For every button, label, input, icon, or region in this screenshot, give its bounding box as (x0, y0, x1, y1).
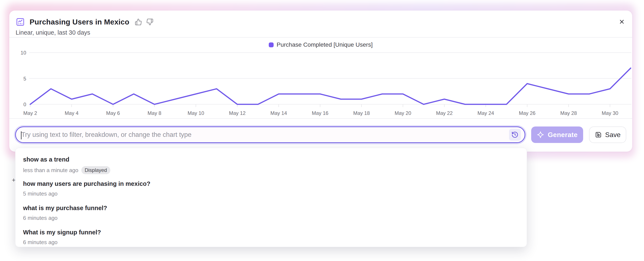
save-label: Save (605, 131, 620, 139)
feedback-buttons (135, 18, 154, 25)
thumbs-down-icon (146, 18, 154, 25)
sparkle-icon (537, 131, 544, 139)
x-axis-label: May 10 (188, 110, 204, 116)
save-icon (595, 131, 602, 138)
thumbs-up-button[interactable] (135, 18, 142, 25)
x-axis-label: May 24 (478, 110, 494, 116)
x-axis-label: May 2 (23, 110, 37, 116)
insights-card: Purchasing Users in Mexico (9, 10, 632, 152)
x-axis-label: May 22 (436, 110, 453, 116)
line-chart-svg: 0510May 2May 4May 6May 8May 10May 12May … (17, 51, 632, 120)
x-axis-label: May 12 (229, 110, 246, 116)
history-item-time: less than a minute ago (23, 167, 78, 174)
y-axis-label: 10 (20, 51, 26, 55)
x-axis-label: May 14 (270, 110, 287, 116)
thumbs-up-icon (135, 18, 142, 25)
y-axis-label: 0 (24, 102, 26, 107)
history-item-time: 5 minutes ago (23, 191, 58, 197)
prompt-input[interactable] (21, 131, 509, 139)
generate-button[interactable]: Generate (531, 126, 583, 143)
history-item[interactable]: What is my signup funnel? 6 minutes ago (23, 227, 519, 252)
card-header: Purchasing Users in Mexico (16, 16, 626, 27)
legend-label: Purchase Completed [Unique Users] (276, 41, 372, 48)
save-button[interactable]: Save (589, 126, 626, 143)
y-axis-label: 5 (24, 76, 26, 81)
line-chart-icon (16, 17, 25, 27)
history-item-title: how many users are purchasing in mexico? (23, 180, 519, 187)
app-root: Purchasing Users in Mexico (0, 0, 644, 261)
card-title: Purchasing Users in Mexico (30, 18, 129, 26)
history-item-meta: 6 minutes ago (23, 239, 519, 246)
x-axis-label: May 20 (395, 110, 411, 116)
text-caret (21, 131, 22, 139)
history-item-title: What is my signup funnel? (23, 229, 519, 236)
close-button[interactable] (618, 18, 626, 26)
history-item-meta: 6 minutes ago (23, 215, 519, 221)
header-divider (9, 37, 632, 37)
displayed-badge: Displayed (81, 166, 110, 174)
history-item[interactable]: show as a trend less than a minute ago D… (23, 154, 519, 179)
chart-divider (9, 118, 632, 119)
legend-swatch (269, 42, 274, 47)
chart-legend[interactable]: Purchase Completed [Unique Users] (9, 41, 632, 48)
line-chart: 0510May 2May 4May 6May 8May 10May 12May … (17, 51, 632, 120)
x-axis-label: May 4 (65, 110, 78, 116)
x-axis-label: May 28 (560, 110, 577, 116)
x-axis-label: May 18 (353, 110, 370, 116)
series-line (30, 68, 631, 105)
thumbs-down-button[interactable] (146, 18, 154, 25)
x-axis-label: May 30 (602, 110, 618, 116)
history-item-time: 6 minutes ago (23, 215, 58, 221)
history-item-time: 6 minutes ago (23, 239, 58, 246)
history-item-title: what is my purchase funnel? (23, 205, 519, 212)
history-item[interactable]: what is my purchase funnel? 6 minutes ag… (23, 203, 519, 227)
history-item-meta: 5 minutes ago (23, 191, 519, 197)
x-axis-label: May 8 (148, 110, 161, 116)
history-dropdown: show as a trend less than a minute ago D… (15, 148, 527, 247)
history-item[interactable]: how many users are purchasing in mexico?… (23, 179, 519, 203)
card-subtitle: Linear, unique, last 30 days (16, 29, 90, 36)
close-icon (619, 18, 625, 25)
x-axis-label: May 26 (519, 110, 536, 116)
prompt-input-box[interactable] (15, 126, 525, 143)
generate-label: Generate (548, 131, 578, 139)
background-add-button[interactable]: + (12, 177, 16, 184)
history-icon (511, 131, 518, 138)
prompt-bar: Generate Save (15, 126, 626, 143)
history-item-meta: less than a minute ago Displayed (23, 166, 519, 174)
x-axis-label: May 16 (312, 110, 328, 116)
history-button[interactable] (509, 129, 521, 141)
history-item-title: show as a trend (23, 156, 519, 163)
x-axis-label: May 6 (106, 110, 120, 116)
